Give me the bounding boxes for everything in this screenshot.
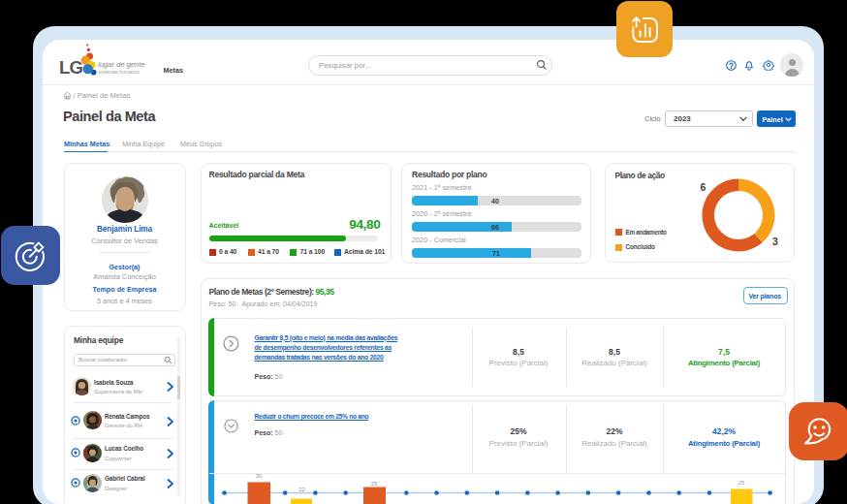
- svg-text:30: 30: [256, 473, 263, 479]
- svg-text:25: 25: [371, 481, 378, 487]
- svg-text:22: 22: [298, 487, 305, 492]
- svg-text:25: 25: [738, 480, 745, 486]
